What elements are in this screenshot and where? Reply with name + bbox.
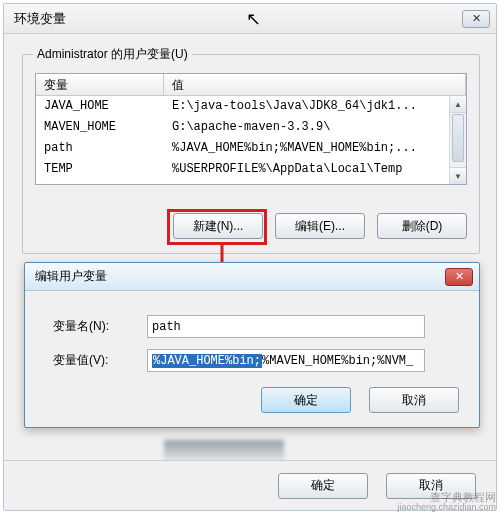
cell-var: TEMP [36,159,164,180]
var-name-row: 变量名(N): [53,315,425,338]
annotation-box [167,209,267,245]
title-bar: 环境变量 ✕ [4,4,496,34]
var-value-input[interactable]: %JAVA_HOME%bin;%MAVEN_HOME%bin;%NVM_ [147,349,425,372]
var-name-input[interactable] [147,315,425,338]
user-vars-list[interactable]: 变量 值 JAVA_HOME E:\java-tools\Java\JDK8_6… [35,73,467,185]
delete-button[interactable]: 删除(D) [377,213,467,239]
cell-var: path [36,138,164,159]
edit-var-dialog: 编辑用户变量 ✕ 变量名(N): 变量值(V): %JAVA_HOME%bin;… [24,262,480,428]
env-vars-dialog: 环境变量 ✕ ↖ Administrator 的用户变量(U) 变量 值 JAV… [3,3,497,511]
scroll-down-icon[interactable]: ▼ [450,167,466,184]
table-row[interactable]: MAVEN_HOME G:\apache-maven-3.3.9\ [36,117,466,138]
group-label: Administrator 的用户变量(U) [33,46,192,63]
close-icon[interactable]: ✕ [445,268,473,286]
close-icon[interactable]: ✕ [462,10,490,28]
sub-title-bar: 编辑用户变量 ✕ [25,263,479,291]
col-var[interactable]: 变量 [36,74,164,95]
sub-cancel-button[interactable]: 取消 [369,387,459,413]
value-rest-text: %MAVEN_HOME%bin;%NVM_ [262,354,413,368]
cell-val: E:\java-tools\Java\JDK8_64\jdk1... [164,96,466,117]
edit-button[interactable]: 编辑(E)... [275,213,365,239]
cell-var: MAVEN_HOME [36,117,164,138]
cell-val: %JAVA_HOME%bin;%MAVEN_HOME%bin;... [164,138,466,159]
table-row[interactable]: JAVA_HOME E:\java-tools\Java\JDK8_64\jdk… [36,96,466,117]
scrollbar[interactable]: ▲ ▼ [449,96,466,184]
var-value-row: 变量值(V): %JAVA_HOME%bin;%MAVEN_HOME%bin;%… [53,349,425,372]
sub-dialog-title: 编辑用户变量 [35,268,107,285]
scroll-thumb[interactable] [452,114,464,162]
var-value-label: 变量值(V): [53,352,133,369]
dialog-title: 环境变量 [14,10,66,28]
cancel-button[interactable]: 取消 [386,473,476,499]
col-val[interactable]: 值 [164,74,466,95]
list-header: 变量 值 [36,74,466,96]
peek-behind [164,440,284,460]
sub-dialog-buttons: 确定 取消 [261,387,459,413]
cell-val: %USERPROFILE%\AppData\Local\Temp [164,159,466,180]
scroll-up-icon[interactable]: ▲ [450,96,466,113]
ok-button[interactable]: 确定 [278,473,368,499]
sub-ok-button[interactable]: 确定 [261,387,351,413]
table-row[interactable]: TEMP %USERPROFILE%\AppData\Local\Temp [36,159,466,180]
cell-var: JAVA_HOME [36,96,164,117]
var-name-label: 变量名(N): [53,318,133,335]
table-row[interactable]: path %JAVA_HOME%bin;%MAVEN_HOME%bin;... [36,138,466,159]
cell-val: G:\apache-maven-3.3.9\ [164,117,466,138]
value-selected-text: %JAVA_HOME%bin; [152,354,262,368]
dialog-bottom-bar: 确定 取消 [4,460,496,510]
